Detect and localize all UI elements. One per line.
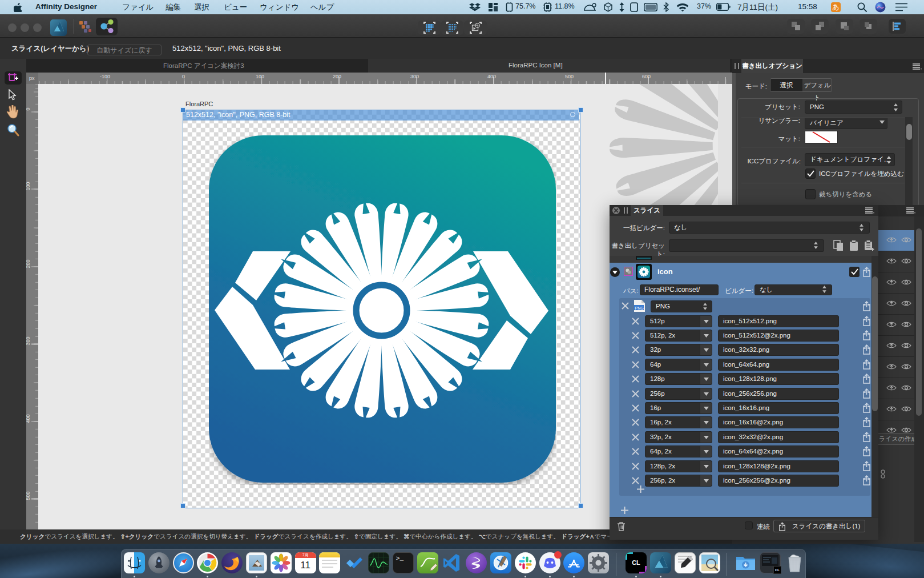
svg-text:PNG: PNG bbox=[635, 306, 644, 310]
